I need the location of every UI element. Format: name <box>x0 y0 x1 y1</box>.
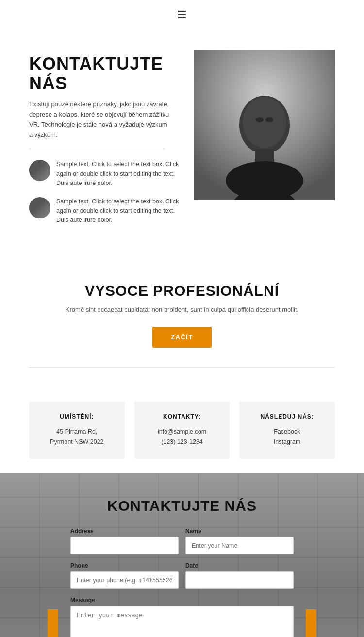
contact-form-section: Kontaktujte nás Address Name Phone Date … <box>0 473 364 637</box>
start-button[interactable]: Začít <box>152 327 212 348</box>
professional-subtitle: Kromě sint occaecat cupidatat non proide… <box>29 306 335 313</box>
menu-icon[interactable]: ☰ <box>177 9 187 21</box>
address-input[interactable] <box>70 537 179 554</box>
contact-text-2: Sample text. Click to select the text bo… <box>56 197 180 225</box>
svg-point-5 <box>243 97 286 148</box>
info-card-social: Následuj nás: Facebook Instagram <box>239 402 335 459</box>
form-row-2: Phone Date <box>70 562 294 589</box>
location-card-title: Umístění: <box>43 413 111 420</box>
social-card-content: Facebook Instagram <box>253 427 321 448</box>
contacts-card-content: info@sample.com (123) 123-1234 <box>148 427 216 448</box>
facebook-link[interactable]: Facebook <box>253 427 321 437</box>
location-card-content: 45 Pirrama Rd, Pyrmont NSW 2022 <box>43 427 111 448</box>
hero-left: Kontaktujte nás Existují pouze některé p… <box>29 50 180 234</box>
address-label: Address <box>70 528 179 535</box>
svg-point-7 <box>265 117 273 122</box>
hero-description: Existují pouze některé příznaky, jako js… <box>29 100 170 140</box>
professional-divider <box>29 367 335 368</box>
avatar-1 <box>29 160 50 181</box>
contact-text-1: Sample text. Click to select the text bo… <box>56 160 180 188</box>
svg-point-4 <box>226 161 303 200</box>
form-container: Kontaktujte nás Address Name Phone Date … <box>70 498 294 637</box>
instagram-link[interactable]: Instagram <box>253 437 321 447</box>
name-label: Name <box>185 528 294 535</box>
date-label: Date <box>185 562 294 569</box>
date-input[interactable] <box>185 571 294 589</box>
phone-label: Phone <box>70 562 179 569</box>
form-group-address: Address <box>70 528 179 554</box>
name-input[interactable] <box>185 537 294 554</box>
contact-item-2: Sample text. Click to select the text bo… <box>29 197 180 225</box>
contact-item-1: Sample text. Click to select the text bo… <box>29 160 180 188</box>
hero-title: Kontaktujte nás <box>29 54 180 93</box>
form-row-1: Address Name <box>70 528 294 554</box>
form-title: Kontaktujte nás <box>70 498 294 514</box>
message-label: Message <box>70 597 294 603</box>
avatar-inner-1 <box>29 160 50 181</box>
form-group-name: Name <box>185 528 294 554</box>
form-group-phone: Phone <box>70 562 179 589</box>
professional-section: Vysoce profesionální Kromě sint occaecat… <box>0 253 364 387</box>
header: ☰ <box>0 0 364 30</box>
message-textarea[interactable] <box>70 606 294 637</box>
hero-image <box>194 50 335 200</box>
divider <box>29 149 165 149</box>
orange-accent-left <box>48 609 58 637</box>
hero-portrait-svg <box>194 50 335 200</box>
avatar-2 <box>29 197 50 218</box>
phone-input[interactable] <box>70 571 179 589</box>
social-card-title: Následuj nás: <box>253 413 321 420</box>
avatar-inner-2 <box>29 197 50 218</box>
professional-title: Vysoce profesionální <box>29 283 335 299</box>
info-cards-section: Umístění: 45 Pirrama Rd, Pyrmont NSW 202… <box>0 387 364 474</box>
info-card-contacts: Kontakty: info@sample.com (123) 123-1234 <box>134 402 230 459</box>
hero-section: Kontaktujte nás Existují pouze některé p… <box>0 30 364 253</box>
svg-point-6 <box>256 117 264 122</box>
contacts-card-title: Kontakty: <box>148 413 216 420</box>
info-card-location: Umístění: 45 Pirrama Rd, Pyrmont NSW 202… <box>29 402 125 459</box>
orange-accent-right <box>306 609 316 637</box>
form-group-date: Date <box>185 562 294 589</box>
hero-image-container <box>194 50 335 200</box>
form-group-message: Message <box>70 597 294 637</box>
